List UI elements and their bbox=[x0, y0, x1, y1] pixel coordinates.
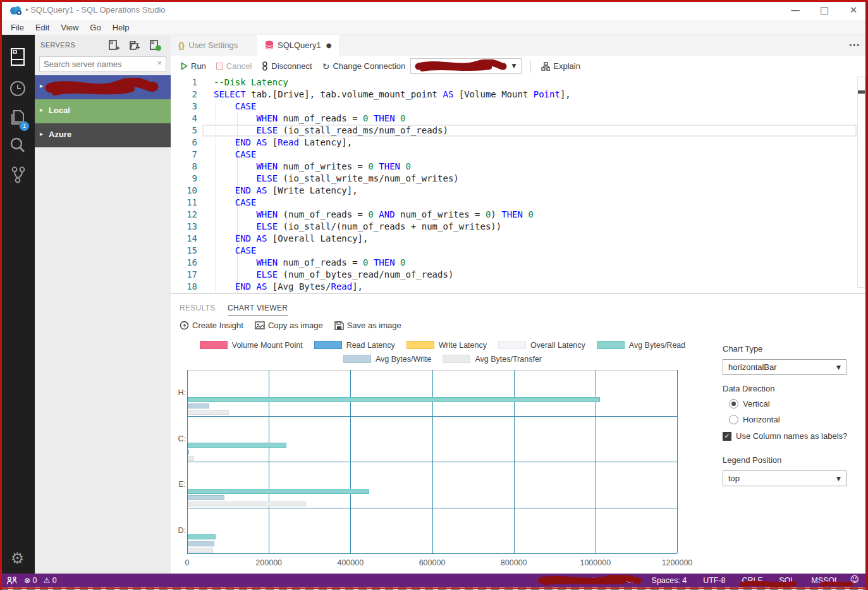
more-actions-icon[interactable]: ••• bbox=[849, 41, 860, 49]
copy-as-image-button[interactable]: Copy as image bbox=[255, 321, 323, 330]
new-server-group-icon[interactable] bbox=[128, 40, 140, 51]
clear-search-icon[interactable]: × bbox=[157, 58, 162, 68]
line-number: 12 bbox=[171, 209, 197, 221]
radio-vertical[interactable]: Vertical bbox=[729, 399, 770, 409]
source-control-icon[interactable] bbox=[0, 160, 35, 189]
change-connection-button[interactable]: ↻ Change Connection bbox=[322, 61, 406, 71]
redaction-scribble bbox=[536, 575, 644, 586]
editor-scrollbar[interactable] bbox=[857, 77, 865, 288]
line-number: 4 bbox=[171, 113, 197, 125]
chart-bar bbox=[188, 450, 189, 455]
code-line-11[interactable]: 11 CASE bbox=[171, 197, 865, 209]
cancel-button[interactable]: Cancel bbox=[216, 61, 252, 71]
chart-bar bbox=[188, 443, 286, 448]
code-line-17[interactable]: 17 ELSE (num_of_bytes_read/num_of_reads) bbox=[171, 269, 865, 281]
menu-help[interactable]: Help bbox=[107, 20, 135, 35]
open-editors-icon[interactable]: 1 bbox=[0, 103, 35, 132]
maximize-button[interactable]: □ bbox=[810, 0, 839, 20]
create-insight-button[interactable]: Create Insight bbox=[180, 321, 243, 330]
code-line-16[interactable]: 16 WHEN num_of_reads = 0 THEN 0 bbox=[171, 257, 865, 269]
explain-button[interactable]: Explain bbox=[541, 61, 580, 71]
legend-item[interactable]: Overall Latency bbox=[498, 340, 585, 350]
menu-view[interactable]: View bbox=[55, 20, 84, 35]
code-line-18[interactable]: 18 END AS [Avg Bytes/Read], bbox=[171, 281, 865, 293]
code-line-15[interactable]: 15 CASE bbox=[171, 245, 865, 257]
code-line-13[interactable]: 13 ELSE (io_stall/(num_of_reads + num_of… bbox=[171, 221, 865, 233]
y-category-label: D: bbox=[171, 508, 186, 554]
database-icon bbox=[265, 40, 274, 50]
task-history-icon[interactable] bbox=[0, 74, 35, 103]
code-line-5[interactable]: 5 ELSE (io_stall_read_ms/num_of_reads) bbox=[171, 125, 865, 137]
redaction-scribble bbox=[413, 59, 508, 74]
legend-item[interactable]: Read Latency bbox=[314, 340, 395, 350]
legend-item[interactable]: Avg Bytes/Read bbox=[597, 340, 685, 350]
tab-user-settings[interactable]: {} User Settings bbox=[171, 35, 245, 56]
chart-bar bbox=[188, 534, 216, 539]
line-number: 15 bbox=[171, 245, 197, 257]
chart-bar bbox=[188, 489, 369, 494]
tab-sqlquery1[interactable]: SQLQuery1 ● bbox=[257, 35, 339, 56]
code-line-6[interactable]: 6 END AS [Read Latency], bbox=[171, 137, 865, 149]
status-indentation[interactable]: Spaces: 4 bbox=[652, 576, 687, 585]
legend-item[interactable]: Volume Mount Point bbox=[200, 340, 303, 350]
minimize-button[interactable]: — bbox=[781, 0, 810, 20]
radio-horizontal[interactable]: Horizontal bbox=[729, 415, 780, 424]
code-line-7[interactable]: 7 CASE bbox=[171, 149, 865, 161]
code-line-10[interactable]: 10 END AS [Write Latency], bbox=[171, 185, 865, 197]
cancel-icon bbox=[216, 63, 223, 70]
sql-editor[interactable]: 1--Disk Latency2SELECT tab.[Drive], tab.… bbox=[171, 77, 865, 293]
new-connection-icon[interactable] bbox=[108, 40, 119, 51]
tab-chart-viewer[interactable]: CHART VIEWER bbox=[228, 304, 288, 316]
code-line-8[interactable]: 8 WHEN num_of_writes = 0 THEN 0 bbox=[171, 161, 865, 173]
chart-bar bbox=[188, 403, 209, 409]
save-as-image-button[interactable]: Save as image bbox=[334, 321, 401, 330]
server-item-redacted[interactable]: ▸ bbox=[35, 75, 171, 99]
gridline bbox=[187, 416, 677, 417]
code-line-9[interactable]: 9 ELSE (io_stall_write_ms/num_of_writes) bbox=[171, 173, 865, 185]
line-number: 11 bbox=[171, 197, 197, 209]
run-button[interactable]: Run bbox=[181, 61, 206, 71]
tab-results[interactable]: RESULTS bbox=[180, 304, 216, 312]
connection-dropdown[interactable]: ▼ bbox=[410, 58, 522, 74]
gridline bbox=[187, 553, 677, 554]
save-image-icon bbox=[334, 321, 344, 330]
code-line-2[interactable]: 2SELECT tab.[Drive], tab.volume_mount_po… bbox=[171, 89, 865, 101]
legend-item[interactable]: Avg Bytes/Transfer bbox=[443, 353, 542, 364]
run-icon bbox=[181, 62, 188, 70]
legend-item[interactable]: Write Latency bbox=[406, 340, 487, 350]
warning-count[interactable]: ⚠ 0 bbox=[44, 576, 57, 585]
server-search-input[interactable] bbox=[44, 58, 151, 70]
legend-item[interactable]: Avg Bytes/Write bbox=[343, 353, 431, 364]
use-column-names-checkbox[interactable]: ✓ Use Column names as labels? bbox=[723, 431, 847, 441]
legend-swatch-icon bbox=[498, 341, 526, 349]
code-line-12[interactable]: 12 WHEN (num_of_reads = 0 AND num_of_wri… bbox=[171, 209, 865, 221]
code-line-14[interactable]: 14 END AS [Overall Latency], bbox=[171, 233, 865, 245]
search-icon[interactable] bbox=[0, 131, 35, 160]
error-count[interactable]: ⊗ 0 bbox=[24, 576, 37, 585]
chart-type-select[interactable]: horizontalBar ▼ bbox=[723, 359, 847, 375]
menu-file[interactable]: File bbox=[5, 20, 30, 35]
menu-go[interactable]: Go bbox=[84, 20, 106, 35]
legend-swatch-icon bbox=[200, 341, 228, 349]
radio-selected-icon bbox=[729, 399, 738, 409]
legend-position-select[interactable]: top ▼ bbox=[723, 470, 847, 486]
status-encoding[interactable]: UTF-8 bbox=[703, 576, 725, 585]
legend-swatch-icon bbox=[597, 341, 625, 349]
code-line-1[interactable]: 1--Disk Latency bbox=[171, 77, 865, 89]
server-item-local[interactable]: ▸Local bbox=[35, 99, 171, 123]
server-item-azure[interactable]: ▸Azure bbox=[35, 123, 171, 147]
settings-gear-icon[interactable]: ⚙ bbox=[0, 544, 35, 573]
unsaved-changes-dot[interactable]: ● bbox=[326, 42, 332, 49]
legend-swatch-icon bbox=[443, 355, 470, 363]
close-button[interactable]: ✕ bbox=[839, 0, 868, 20]
servers-icon[interactable] bbox=[0, 42, 35, 71]
code-line-4[interactable]: 4 WHEN num_of_reads = 0 THEN 0 bbox=[171, 113, 865, 125]
code-line-3[interactable]: 3 CASE bbox=[171, 101, 865, 113]
change-connection-icon: ↻ bbox=[322, 61, 330, 71]
menu-edit[interactable]: Edit bbox=[30, 20, 55, 35]
connections-people-icon[interactable] bbox=[6, 576, 18, 585]
annotation-border-bottom bbox=[0, 587, 868, 589]
disconnect-icon bbox=[262, 61, 268, 71]
disconnect-button[interactable]: Disconnect bbox=[262, 61, 312, 71]
active-connections-icon[interactable] bbox=[149, 40, 162, 51]
